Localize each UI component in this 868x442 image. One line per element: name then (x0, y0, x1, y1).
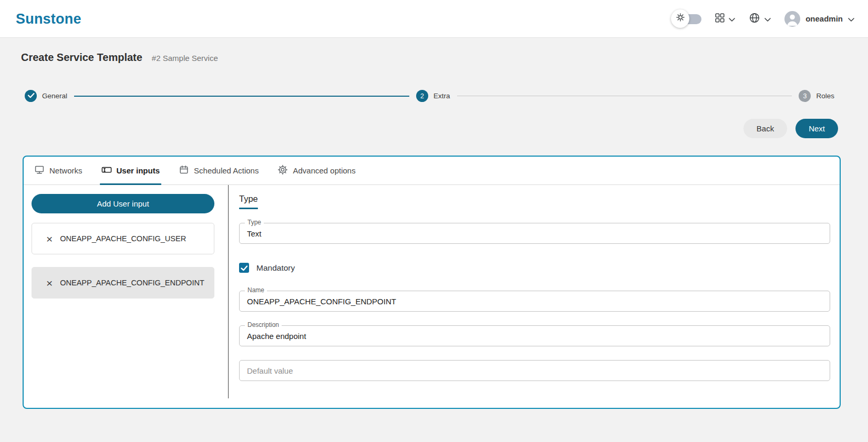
step-label: General (42, 92, 67, 100)
step-extra[interactable]: 2 Extra (416, 90, 450, 102)
tab-label: Networks (49, 166, 82, 175)
gear-icon (277, 165, 288, 177)
back-button[interactable]: Back (743, 119, 787, 138)
section-title: Type (239, 194, 258, 204)
add-user-input-button[interactable]: Add User input (32, 194, 214, 213)
name-field: Name (239, 291, 830, 312)
network-screen-icon (34, 165, 45, 177)
username: oneadmin (805, 14, 843, 23)
type-field-label: Type (245, 219, 264, 226)
wizard-stepper: General 2 Extra 3 Roles (25, 90, 834, 102)
user-input-form: Type Type Mandatory Name (229, 185, 840, 408)
sun-icon (676, 13, 685, 24)
sunstone-app: Sunstone (0, 0, 868, 442)
toggle-thumb (671, 9, 689, 28)
user-inputs-list-panel: Add User input × ONEAPP_APACHE_CONFIG_US… (24, 185, 228, 408)
apps-menu[interactable] (715, 13, 735, 25)
top-bar: Sunstone (0, 0, 868, 38)
step-label: Roles (816, 92, 834, 100)
user-inputs-section: Add User input × ONEAPP_APACHE_CONFIG_US… (24, 185, 840, 408)
tab-networks[interactable]: Networks (33, 157, 84, 184)
chevron-down-icon (729, 14, 735, 24)
tab-label: User inputs (117, 166, 160, 175)
list-item-label: ONEAPP_APACHE_CONFIG_ENDPOINT (60, 279, 204, 287)
tab-label: Advanced options (293, 166, 355, 175)
grid-icon (715, 13, 725, 25)
chevron-down-icon (764, 14, 771, 24)
active-tab-indicator (100, 183, 162, 185)
tab-bar: Networks User inputs (24, 157, 840, 185)
brand-logo: Sunstone (16, 11, 81, 27)
language-menu[interactable] (749, 12, 771, 26)
close-icon[interactable]: × (46, 233, 53, 244)
user-inputs-list: × ONEAPP_APACHE_CONFIG_USER × ONEAPP_APA… (32, 223, 214, 299)
mandatory-label[interactable]: Mandatory (256, 263, 295, 273)
description-input[interactable] (240, 326, 830, 346)
page-title: Create Service Template (21, 52, 142, 64)
mandatory-checkbox[interactable] (239, 263, 249, 273)
user-menu[interactable]: oneadmin (784, 11, 854, 27)
tab-scheduled-actions[interactable]: Scheduled Actions (177, 157, 260, 184)
step-pending-circle: 3 (799, 90, 811, 102)
close-icon[interactable]: × (46, 277, 53, 289)
name-field-label: Name (245, 286, 267, 294)
mandatory-row: Mandatory (239, 263, 830, 273)
step-roles[interactable]: 3 Roles (799, 90, 834, 102)
type-field: Type (239, 223, 830, 244)
list-item-config-endpoint[interactable]: × ONEAPP_APACHE_CONFIG_ENDPOINT (32, 267, 214, 299)
type-section-tab[interactable]: Type (239, 194, 270, 209)
step-connector (74, 96, 409, 97)
page-heading: Create Service Template #2 Sample Servic… (21, 52, 218, 64)
next-button[interactable]: Next (795, 119, 838, 138)
description-field: Description (239, 325, 830, 346)
step-completed-circle (25, 90, 37, 102)
step-general[interactable]: General (25, 90, 67, 102)
globe-icon (749, 12, 760, 26)
tab-advanced-options[interactable]: Advanced options (276, 157, 357, 184)
top-bar-controls: oneadmin (671, 0, 854, 37)
check-icon (25, 89, 37, 102)
section-tab-indicator (239, 208, 258, 209)
wizard-actions: Back Next (743, 119, 838, 138)
avatar (784, 11, 800, 27)
theme-toggle[interactable] (671, 9, 701, 28)
list-item-label: ONEAPP_APACHE_CONFIG_USER (60, 234, 186, 243)
calendar-icon (179, 165, 189, 177)
tab-user-inputs[interactable]: User inputs (100, 157, 162, 184)
chevron-down-icon (848, 14, 854, 24)
page-subtitle: #2 Sample Service (152, 54, 218, 63)
tab-label: Scheduled Actions (194, 166, 259, 175)
step-active-circle: 2 (416, 90, 428, 102)
description-field-label: Description (245, 321, 282, 328)
step-connector (457, 96, 792, 97)
name-input[interactable] (240, 291, 830, 311)
extra-step-card: Networks User inputs (23, 156, 841, 409)
default-value-field (239, 360, 830, 381)
default-value-input[interactable] (240, 361, 830, 381)
text-input-icon (101, 165, 112, 177)
list-item-config-user[interactable]: × ONEAPP_APACHE_CONFIG_USER (32, 223, 214, 254)
type-input[interactable] (240, 223, 830, 243)
step-label: Extra (433, 92, 450, 100)
